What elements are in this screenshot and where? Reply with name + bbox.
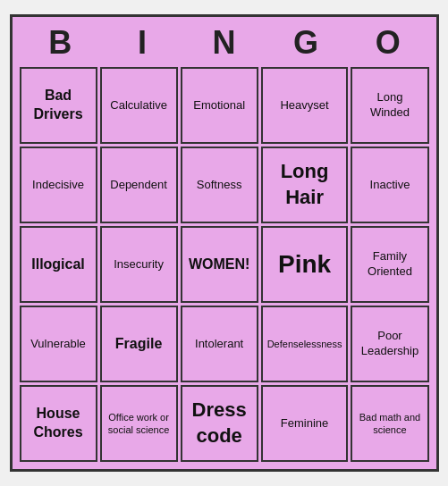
letter-o: O (350, 24, 427, 62)
bingo-cell: Intolerant (181, 306, 258, 382)
bingo-cell: Indecisive (20, 147, 97, 223)
bingo-header: B I N G O (20, 24, 429, 62)
letter-i: I (104, 24, 181, 62)
bingo-cell: Illogical (20, 226, 97, 303)
bingo-cell: Office work or social science (100, 385, 178, 462)
bingo-cell: House Chores (20, 385, 97, 462)
bingo-cell: Emotional (181, 67, 258, 144)
letter-g: G (267, 24, 344, 62)
bingo-cell: Dependent (100, 147, 178, 223)
bingo-cell: Heavyset (261, 67, 349, 144)
bingo-cell: Calculative (100, 67, 178, 144)
bingo-cell: Family Oriented (351, 226, 428, 303)
bingo-cell: Bad Drivers (20, 67, 97, 144)
bingo-cell: Vulnerable (20, 306, 97, 382)
letter-b: B (21, 24, 98, 62)
bingo-card: B I N G O Bad DriversCalculativeEmotiona… (10, 14, 439, 472)
bingo-cell: Feminine (261, 385, 349, 462)
bingo-cell: Defenselessness (261, 306, 349, 382)
bingo-cell: Long Winded (351, 67, 428, 144)
bingo-cell: Pink (261, 226, 349, 303)
bingo-cell: Softness (181, 147, 258, 223)
bingo-cell: Insecurity (100, 226, 178, 303)
bingo-cell: Poor Leadership (351, 306, 428, 382)
bingo-cell: Bad math and science (351, 385, 428, 462)
bingo-cell: WOMEN! (181, 226, 258, 303)
bingo-grid: Bad DriversCalculativeEmotionalHeavysetL… (20, 67, 429, 462)
letter-n: N (185, 24, 262, 62)
bingo-cell: Inactive (351, 147, 428, 223)
bingo-cell: Long Hair (261, 147, 349, 223)
bingo-cell: Dress code (181, 385, 258, 462)
bingo-cell: Fragile (100, 306, 178, 382)
